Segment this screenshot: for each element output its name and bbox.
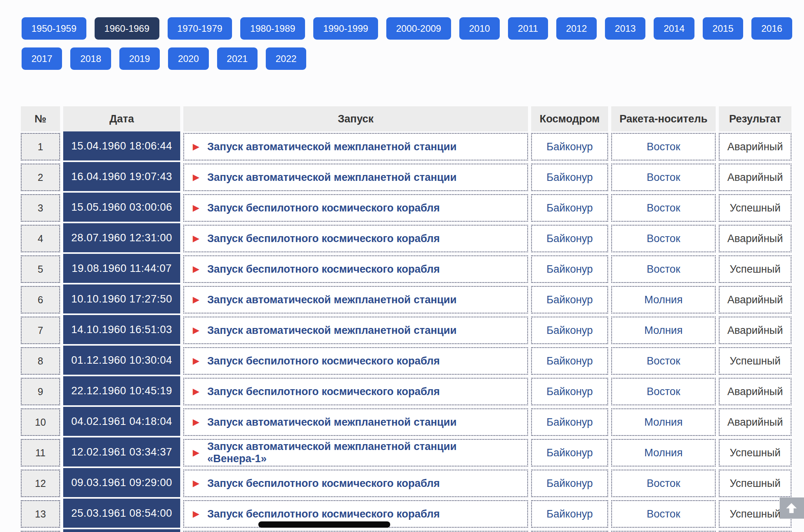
launch-cell[interactable]: ▶Запуск автоматической межпланетной стан… xyxy=(183,164,528,191)
row-number-cell: 11 xyxy=(21,439,60,466)
launch-link[interactable]: Запуск автоматической межпланетной станц… xyxy=(207,294,457,306)
table-row: 115.04.1960 18:06:44▶Запуск автоматическ… xyxy=(21,133,791,159)
table-row: 610.10.1960 17:27:50▶Запуск автоматическ… xyxy=(21,286,791,312)
result-cell: Аварийный xyxy=(719,408,791,436)
year-filter-button-2019[interactable]: 2019 xyxy=(119,47,160,70)
horizontal-scrollbar-thumb[interactable] xyxy=(258,521,390,528)
cosmodrome-cell: Байконур xyxy=(531,439,608,466)
row-number-cell: 2 xyxy=(21,164,60,191)
year-filter-button-2011[interactable]: 2011 xyxy=(508,17,548,40)
cosmodrome-cell: Байконур xyxy=(531,470,608,497)
result-cell: Аварийный xyxy=(719,317,791,344)
launch-marker-icon: ▶ xyxy=(193,234,199,243)
result-cell: Аварийный xyxy=(719,378,791,405)
cosmodrome-cell: Байконур xyxy=(531,286,608,313)
table-header-row: №ДатаЗапускКосмодромРакета-носительРезул… xyxy=(21,106,791,131)
row-number-cell: 13 xyxy=(21,500,60,528)
row-number-cell: 12 xyxy=(21,470,60,497)
launch-cell[interactable]: ▶Запуск беспилотного космического корабл… xyxy=(183,194,528,222)
cosmodrome-cell: Байконур xyxy=(531,408,608,436)
launch-cell[interactable]: ▶Запуск беспилотного космического корабл… xyxy=(183,470,528,497)
year-filter-button-2015[interactable]: 2015 xyxy=(703,17,743,40)
launch-marker-icon: ▶ xyxy=(193,142,199,151)
result-cell: Аварийный xyxy=(719,164,791,191)
rocket-cell: Восток xyxy=(611,378,716,405)
launch-marker-icon: ▶ xyxy=(193,479,199,488)
year-filter-button-2010[interactable]: 2010 xyxy=(459,17,500,40)
launch-cell[interactable]: ▶Запуск автоматической межпланетной стан… xyxy=(183,317,528,344)
scroll-to-top-button[interactable] xyxy=(780,497,804,519)
year-filter-button-2014[interactable]: 2014 xyxy=(654,17,694,40)
table-row: 801.12.1960 10:30:04▶Запуск беспилотного… xyxy=(21,347,791,373)
result-cell: Аварийный xyxy=(719,133,791,160)
cosmodrome-cell: Байконур xyxy=(531,255,608,283)
table-body: 115.04.1960 18:06:44▶Запуск автоматическ… xyxy=(21,133,791,532)
year-filter-button-2018[interactable]: 2018 xyxy=(70,47,111,70)
column-header: Космодром xyxy=(531,106,608,131)
launch-cell[interactable]: ▶Запуск автоматической межпланетной стан… xyxy=(183,408,528,436)
launch-link[interactable]: Запуск автоматической межпланетной станц… xyxy=(207,416,457,428)
row-number-cell: 7 xyxy=(21,317,60,344)
date-cell: 12.02.1961 03:34:37 xyxy=(63,437,180,466)
year-filter-button-2013[interactable]: 2013 xyxy=(605,17,645,40)
table-row: 216.04.1960 19:07:43▶Запуск автоматическ… xyxy=(21,164,791,189)
rocket-cell: Молния xyxy=(611,408,716,436)
column-header: Ракета-носитель xyxy=(611,106,716,131)
up-arrow-icon xyxy=(784,501,799,515)
launch-link[interactable]: Запуск беспилотного космического корабля xyxy=(207,202,440,214)
launch-table: №ДатаЗапускКосмодромРакета-носительРезул… xyxy=(21,106,791,532)
date-cell: 15.05.1960 03:00:06 xyxy=(63,193,180,222)
result-cell: Аварийный xyxy=(719,225,791,252)
year-filter-button-1970-1979[interactable]: 1970-1979 xyxy=(168,17,232,40)
launch-cell[interactable]: ▶Запуск автоматической межпланетной стан… xyxy=(183,439,528,466)
result-cell: Успешный xyxy=(719,194,791,222)
year-filter-button-1990-1999[interactable]: 1990-1999 xyxy=(313,17,378,40)
rocket-cell: Молния xyxy=(611,317,716,344)
launch-marker-icon: ▶ xyxy=(193,418,199,426)
launch-link[interactable]: Запуск автоматической межпланетной станц… xyxy=(207,441,519,465)
launch-cell[interactable]: ▶Запуск беспилотного космического корабл… xyxy=(183,225,528,252)
year-filter-bar: 1950-19591960-19691970-19791980-19891990… xyxy=(22,17,792,70)
year-filter-button-1950-1959[interactable]: 1950-1959 xyxy=(22,17,86,40)
date-cell: 09.03.1961 09:29:00 xyxy=(63,468,180,497)
cosmodrome-cell: Байконур xyxy=(531,317,608,344)
launch-cell[interactable]: ▶Запуск беспилотного космического корабл… xyxy=(183,347,528,375)
result-cell: Успешный xyxy=(719,347,791,375)
launch-link[interactable]: Запуск автоматической межпланетной станц… xyxy=(207,171,457,184)
year-filter-button-2017[interactable]: 2017 xyxy=(22,47,62,70)
result-cell: Аварийный xyxy=(719,286,791,313)
launch-cell[interactable]: ▶Запуск автоматической межпланетной стан… xyxy=(183,133,528,160)
year-filter-button-1980-1989[interactable]: 1980-1989 xyxy=(240,17,305,40)
year-filter-button-2012[interactable]: 2012 xyxy=(556,17,597,40)
column-header: Дата xyxy=(63,106,180,131)
year-filter-button-2020[interactable]: 2020 xyxy=(168,47,208,70)
year-filter-button-2022[interactable]: 2022 xyxy=(266,47,306,70)
year-filter-row: 1950-19591960-19691970-19791980-19891990… xyxy=(22,17,792,40)
launch-link[interactable]: Запуск автоматической межпланетной станц… xyxy=(207,324,457,337)
table-row: 315.05.1960 03:00:06▶Запуск беспилотного… xyxy=(21,194,791,220)
date-cell xyxy=(63,529,180,532)
result-cell: Успешный xyxy=(719,255,791,283)
column-header: Результат xyxy=(719,106,791,131)
year-filter-button-1960-1969[interactable]: 1960-1969 xyxy=(95,17,159,40)
launch-link[interactable]: Запуск беспилотного космического корабля xyxy=(207,233,440,245)
launch-cell[interactable]: ▶Запуск автоматической межпланетной стан… xyxy=(183,286,528,313)
row-number-cell: 8 xyxy=(21,347,60,375)
year-filter-button-2000-2009[interactable]: 2000-2009 xyxy=(386,17,451,40)
launch-link[interactable]: Запуск беспилотного космического корабля xyxy=(207,386,440,398)
result-cell: Успешный xyxy=(719,439,791,466)
launch-link[interactable]: Запуск автоматической межпланетной станц… xyxy=(207,141,457,153)
launch-link[interactable]: Запуск беспилотного космического корабля xyxy=(207,355,440,367)
launch-link[interactable]: Запуск беспилотного космического корабля xyxy=(207,477,440,490)
table-row: 714.10.1960 16:51:03▶Запуск автоматическ… xyxy=(21,317,791,343)
year-filter-button-2016[interactable]: 2016 xyxy=(751,17,792,40)
launch-link[interactable]: Запуск беспилотного космического корабля xyxy=(207,508,440,520)
launch-link[interactable]: Запуск беспилотного космического корабля xyxy=(207,263,440,275)
launch-cell[interactable]: ▶Запуск беспилотного космического корабл… xyxy=(183,378,528,405)
result-cell: Успешный xyxy=(719,470,791,497)
year-filter-button-2021[interactable]: 2021 xyxy=(217,47,258,70)
row-number-cell: 10 xyxy=(21,408,60,436)
launch-marker-icon: ▶ xyxy=(193,295,199,304)
launch-cell[interactable]: ▶Запуск беспилотного космического корабл… xyxy=(183,255,528,283)
rocket-cell: Восток xyxy=(611,133,716,160)
